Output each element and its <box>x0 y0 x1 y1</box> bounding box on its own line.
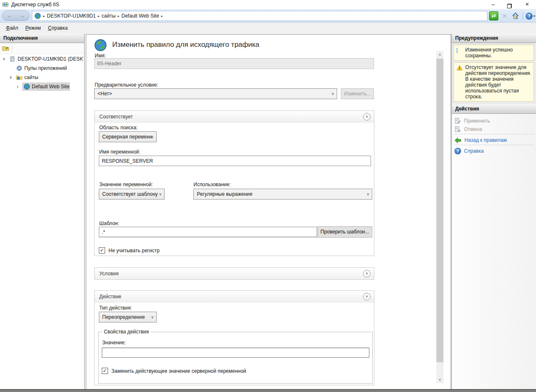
ignore-case-checkbox[interactable]: ✓ <box>99 247 105 254</box>
back-button[interactable]: ← <box>4 11 15 20</box>
restore-button[interactable] <box>501 0 518 9</box>
titlebar: Диспетчер служб IIS – × <box>0 0 536 9</box>
chevron-down-icon: ∨ <box>366 189 369 199</box>
collapse-section-button[interactable]: ∧ <box>363 293 371 300</box>
create-connection-icon[interactable] <box>2 45 9 52</box>
breadcrumb-arrow-icon: ▸ <box>43 14 45 18</box>
application-pools-icon <box>16 65 23 72</box>
using-label: Использование: <box>193 182 231 187</box>
help-action[interactable]: ? Справка <box>454 147 484 155</box>
cancel-action: Отмена <box>454 125 482 133</box>
menu-file-accesskey: Ф <box>6 25 10 31</box>
replace-value-checkbox[interactable]: ✓ <box>102 368 108 374</box>
breadcrumb-item-sites[interactable]: сайты <box>102 13 116 19</box>
tree-item-app-pools-label: Пулы приложений <box>24 64 83 72</box>
connections-toolbar <box>0 43 84 54</box>
precondition-label: Предварительное условие: <box>95 82 158 88</box>
tree-item-default-web-site[interactable]: › Default Web Site <box>0 82 85 91</box>
chevron-down-icon: ▾ <box>533 14 535 18</box>
using-value: Регулярные выражения <box>197 191 253 197</box>
variable-name-input[interactable] <box>99 156 371 166</box>
chevron-down-icon: ∨ <box>151 132 154 142</box>
chevron-down-icon: ∨ <box>159 189 162 199</box>
precondition-value: <Нет> <box>98 91 112 97</box>
back-to-rules-action[interactable]: Назад к правилам <box>454 136 507 144</box>
cancel-icon <box>454 126 461 133</box>
conditions-section-header[interactable]: Условия ∨ <box>95 268 374 279</box>
scrollbar-thumb[interactable] <box>436 59 443 362</box>
minimize-button[interactable]: – <box>485 0 502 9</box>
scroll-down-button[interactable]: ∨ <box>436 376 443 383</box>
action-type-select[interactable]: Переопределение ∨ <box>99 312 157 323</box>
match-section-header[interactable]: Соответствует ∧ <box>95 111 374 123</box>
using-select[interactable]: Регулярные выражения ∨ <box>193 189 372 200</box>
conditions-section: Условия ∨ <box>94 267 374 280</box>
menu-help-accesskey: С <box>48 25 52 31</box>
alert-info-text: Изменения успешно сохранены. <box>465 47 513 59</box>
info-icon: i <box>456 47 463 54</box>
connections-header: Подключения <box>0 33 84 43</box>
window-bottom-edge <box>0 389 536 392</box>
menu-view[interactable]: Режим <box>26 25 41 31</box>
menu-help[interactable]: Справка <box>48 25 68 31</box>
actions-header: Действия <box>452 104 536 114</box>
tree-collapsed-icon[interactable]: › <box>17 82 18 91</box>
variable-value-label: Значение переменной: <box>99 182 153 187</box>
match-section: Соответствует ∧ Область поиска: Серверна… <box>94 110 374 256</box>
rule-name-label: Имя: <box>95 53 106 59</box>
help-action-label[interactable]: Справка <box>464 148 484 154</box>
match-section-title: Соответствует <box>99 114 133 120</box>
tree-expanded-icon[interactable]: ∨ <box>3 55 5 63</box>
variable-value-select[interactable]: Соответствует шаблону ∨ <box>99 189 165 200</box>
website-globe-icon <box>23 83 30 90</box>
close-button[interactable]: × <box>518 0 536 9</box>
back-to-rules-label[interactable]: Назад к правилам <box>464 137 507 143</box>
connections-toolbar-divider <box>12 45 12 52</box>
action-section: Действие ∧ Тип действия: Переопределение… <box>94 290 374 385</box>
iis-app-icon <box>2 1 9 8</box>
menu-file[interactable]: Файл <box>6 25 18 31</box>
tree-item-server[interactable]: ∨ DESKTOP-U1MK9D1 (DESKTOP <box>0 55 85 63</box>
toolbar-buttons: ⇄ ✕ ? ▾ <box>489 11 535 21</box>
collapse-section-button[interactable]: ∧ <box>363 113 371 120</box>
tree-item-app-pools[interactable]: Пулы приложений <box>0 64 85 72</box>
scope-label: Область поиска: <box>99 125 138 131</box>
replace-value-label: Заменить действующее значение серверной … <box>111 368 246 374</box>
tree-item-server-label: DESKTOP-U1MK9D1 (DESKTOP <box>18 55 84 63</box>
action-type-value: Переопределение <box>102 314 145 320</box>
tree-item-sites[interactable]: ∨ сайты <box>0 73 85 82</box>
alerts-header: Предупреждения <box>452 33 536 43</box>
rule-name-field[interactable] <box>94 58 374 69</box>
chevron-down-icon: ∨ <box>331 89 334 99</box>
server-icon <box>9 56 16 62</box>
breadcrumb-item-server[interactable]: DESKTOP-U1MK9D1 <box>47 13 95 19</box>
actions-divider <box>454 145 534 145</box>
alert-warning-text: Отсутствует значение для действия переоп… <box>465 64 531 100</box>
tree-expanded-icon[interactable]: ∨ <box>9 73 12 82</box>
alert-warning: Отсутствует значение для действия переоп… <box>454 62 534 102</box>
ignore-case-label: Не учитывать регистр <box>108 248 160 254</box>
action-value-input[interactable] <box>102 348 369 358</box>
vertical-scrollbar[interactable]: ∧ ∨ <box>436 51 443 383</box>
pattern-label: Шаблон: <box>99 220 119 226</box>
scroll-up-button[interactable]: ∧ <box>436 51 443 58</box>
help-button[interactable]: ? ▾ <box>526 13 535 20</box>
action-section-header[interactable]: Действие ∧ <box>95 291 374 302</box>
test-pattern-button[interactable]: Проверить шаблон... <box>317 226 372 238</box>
precondition-select[interactable]: <Нет> ∨ <box>94 88 337 99</box>
precondition-edit-button: Изменить... <box>341 88 374 99</box>
page-globe-icon <box>94 38 107 52</box>
variable-name-label: Имя переменной: <box>99 149 140 155</box>
pattern-input[interactable] <box>99 227 317 237</box>
breadcrumb-item-default-web-site[interactable]: Default Web Site <box>121 13 159 19</box>
apply-action: Применить <box>454 117 490 125</box>
refresh-button[interactable]: ⇄ <box>489 11 498 20</box>
forward-button[interactable]: → <box>17 11 28 20</box>
variable-value-value: Соответствует шаблону <box>102 191 158 197</box>
home-button[interactable] <box>511 11 520 20</box>
breadcrumb-arrow-icon: ▸ <box>161 14 163 18</box>
menu-file-rest: айл <box>10 25 18 31</box>
breadcrumb-arrow-icon: ▸ <box>98 14 100 18</box>
scope-select[interactable]: Серверная переменн ∨ <box>99 131 157 142</box>
expand-section-button[interactable]: ∨ <box>363 270 371 277</box>
